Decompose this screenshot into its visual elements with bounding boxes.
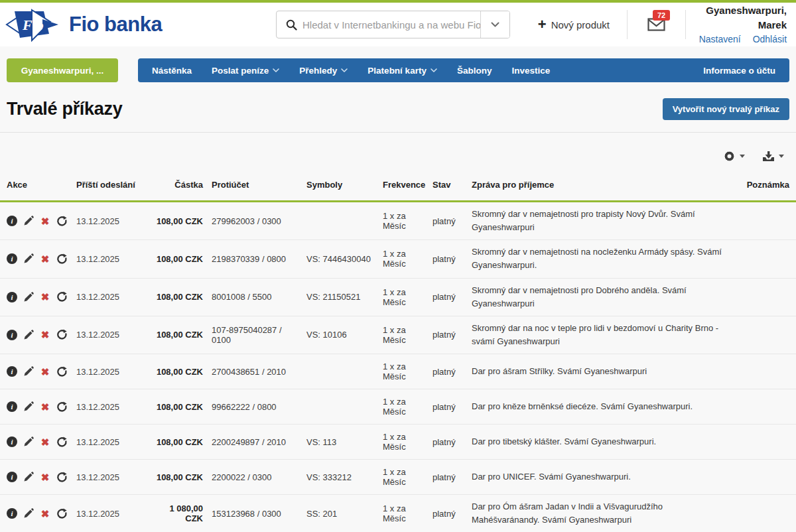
symbols: VS: 113 [306, 437, 374, 447]
edit-pencil-icon[interactable] [23, 472, 34, 483]
search-input[interactable] [302, 11, 480, 38]
repeat-refresh-icon[interactable] [56, 329, 68, 340]
nav-item[interactable]: Investice [501, 58, 560, 82]
nav-item[interactable]: Šablony [447, 58, 502, 82]
create-standing-order-button[interactable]: Vytvořit nový trvalý příkaz [663, 98, 789, 120]
delete-x-icon[interactable]: ✖ [40, 216, 50, 227]
info-icon[interactable]: i [7, 436, 17, 448]
info-icon[interactable]: i [7, 329, 17, 340]
delete-x-icon[interactable]: ✖ [40, 472, 50, 483]
table-row: i ✖ 13.12.2025 108,00 CZK 2700438651 / 2… [0, 354, 796, 389]
edit-pencil-icon[interactable] [23, 216, 34, 227]
repeat-refresh-icon[interactable] [56, 472, 68, 483]
frequency: 1 x za Měsíc [383, 325, 424, 345]
row-actions: i ✖ [7, 401, 68, 413]
col-header-zprava: Zpráva pro příjemce [472, 180, 725, 190]
col-header-poznamka: Poznámka [734, 180, 789, 190]
delete-x-icon[interactable]: ✖ [40, 436, 50, 448]
edit-pencil-icon[interactable] [23, 253, 34, 265]
nav-item[interactable]: Platební karty [358, 58, 447, 82]
repeat-refresh-icon[interactable] [56, 401, 68, 413]
table-settings-button[interactable] [723, 150, 745, 163]
table-header-row: Akce Příští odeslání Částka Protiúčet Sy… [0, 169, 796, 202]
nav-item-account-info[interactable]: Informace o účtu [693, 58, 785, 82]
status: platný [432, 437, 463, 447]
info-icon[interactable]: i [7, 216, 17, 227]
edit-pencil-icon[interactable] [23, 401, 34, 413]
repeat-refresh-icon[interactable] [56, 291, 68, 302]
edit-pencil-icon[interactable] [23, 436, 34, 448]
counter-account: 107-8975040287 / 0100 [212, 325, 298, 345]
settings-link[interactable]: Nastavení [699, 34, 741, 44]
edit-pencil-icon[interactable] [23, 366, 34, 377]
next-send-date: 13.12.2025 [76, 472, 143, 482]
table-row: i ✖ 13.12.2025 108,00 CZK 99662222 / 080… [0, 389, 796, 425]
edit-pencil-icon[interactable] [23, 329, 34, 340]
svg-text:Fio: Fio [22, 17, 44, 33]
new-product-button[interactable]: + Nový produkt [538, 17, 610, 32]
recipient-message: Skromný dar na noc v teple pro lidi v be… [472, 322, 725, 348]
repeat-refresh-icon[interactable] [56, 366, 68, 377]
symbols: VS: 7446430040 [306, 254, 374, 264]
navigation-row: Gyaneshwarpuri, ... Nástěnka Poslat pení… [0, 58, 796, 82]
repeat-refresh-icon[interactable] [56, 216, 68, 227]
info-icon[interactable]: i [7, 366, 17, 377]
nav-item[interactable]: Poslat peníze [202, 58, 289, 82]
counter-account: 2200249897 / 2010 [212, 437, 298, 447]
status: platný [432, 216, 463, 226]
next-send-date: 13.12.2025 [76, 216, 143, 226]
delete-x-icon[interactable]: ✖ [40, 329, 50, 340]
counter-account: 2700438651 / 2010 [212, 367, 298, 377]
caret-down-icon [740, 155, 745, 158]
table-row: i ✖ 13.12.2025 108,00 CZK 8001008 / 5500… [0, 279, 796, 316]
search-options-chevron[interactable] [480, 11, 509, 38]
fio-logo[interactable]: Fio Fio banka [5, 7, 204, 42]
recipient-message: Skromný dar v nemajetnosti pro Dobrého a… [472, 284, 725, 310]
status: platný [432, 509, 463, 519]
amount: 108,00 CZK [151, 437, 203, 447]
amount: 108,00 CZK [151, 216, 203, 226]
delete-x-icon[interactable]: ✖ [40, 253, 50, 265]
repeat-refresh-icon[interactable] [56, 508, 68, 519]
frequency: 1 x za Měsíc [383, 432, 424, 452]
recipient-message: Dar pro UNICEF. Svámí Gyaneshwarpuri. [472, 470, 725, 484]
info-icon[interactable]: i [7, 291, 17, 302]
row-actions: i ✖ [7, 508, 68, 519]
col-header-protiucet: Protiúčet [212, 180, 298, 190]
delete-x-icon[interactable]: ✖ [40, 508, 50, 519]
nav-item[interactable]: Nástěnka [142, 58, 202, 82]
recipient-message: Dar pro tibetský klášter. Svámí Gyaneshw… [472, 435, 725, 448]
messages-button[interactable]: 72 [647, 18, 665, 31]
symbols: VS: 10106 [306, 330, 374, 340]
row-actions: i ✖ [7, 216, 68, 227]
edit-pencil-icon[interactable] [23, 291, 34, 302]
status: platný [432, 472, 463, 482]
repeat-refresh-icon[interactable] [56, 253, 68, 265]
info-icon[interactable]: i [7, 508, 17, 519]
col-header-akce: Akce [7, 180, 68, 190]
logout-link[interactable]: Odhlásit [753, 34, 787, 44]
nav-item[interactable]: Přehledy [289, 58, 358, 82]
delete-x-icon[interactable]: ✖ [40, 366, 50, 377]
search-icon [277, 11, 302, 38]
symbols: VS: 333212 [306, 472, 374, 482]
status: platný [432, 402, 463, 412]
frequency: 1 x za Měsíc [383, 287, 424, 307]
export-download-button[interactable] [762, 151, 784, 163]
plus-icon: + [538, 17, 547, 32]
next-send-date: 13.12.2025 [76, 330, 143, 340]
repeat-refresh-icon[interactable] [56, 436, 68, 448]
info-icon[interactable]: i [7, 401, 17, 413]
delete-x-icon[interactable]: ✖ [40, 401, 50, 413]
counter-account: 2198370339 / 0800 [212, 254, 298, 264]
account-selector-button[interactable]: Gyaneshwarpuri, ... [7, 58, 118, 82]
edit-pencil-icon[interactable] [23, 508, 34, 519]
info-icon[interactable]: i [7, 253, 17, 265]
frequency: 1 x za Měsíc [383, 503, 424, 523]
delete-x-icon[interactable]: ✖ [40, 291, 50, 302]
download-icon [762, 151, 775, 163]
nav-item-label: Přehledy [299, 66, 337, 76]
status: platný [432, 367, 463, 377]
info-icon[interactable]: i [7, 472, 17, 483]
col-header-symboly: Symboly [306, 180, 374, 190]
